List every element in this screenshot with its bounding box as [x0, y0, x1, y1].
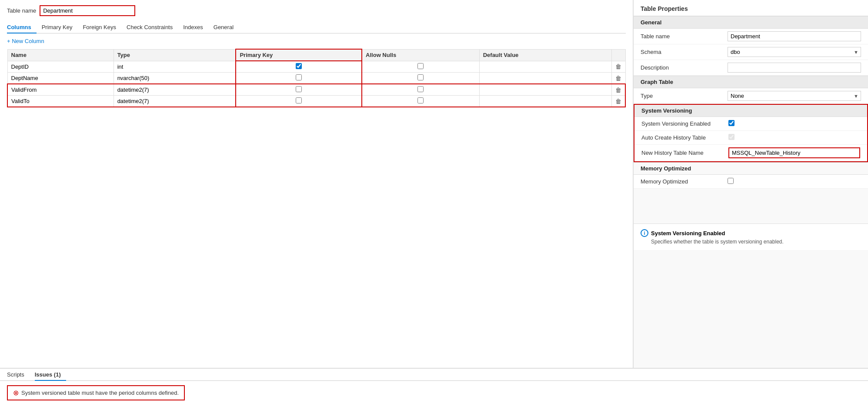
checkbox-allow-nulls-DeptID[interactable]: [417, 63, 424, 69]
delete-row-button[interactable]: 🗑: [615, 63, 621, 70]
col-cell-allow-nulls: [362, 96, 479, 107]
col-cell-delete: 🗑: [612, 84, 626, 96]
section-memory-header: Memory Optimized: [634, 162, 868, 175]
col-cell-allow-nulls: [362, 84, 479, 96]
checkbox-primary-key-ValidFrom[interactable]: [296, 86, 302, 92]
info-box: i System Versioning Enabled Specifies wh…: [634, 223, 868, 250]
prop-input-description[interactable]: [728, 63, 861, 73]
checkbox-allow-nulls-ValidTo[interactable]: [417, 97, 424, 103]
col-header-type: Type: [114, 49, 236, 61]
col-cell-name: ValidFrom: [7, 84, 114, 96]
checkbox-allow-nulls-ValidFrom[interactable]: [417, 86, 424, 92]
checkbox-auto-create[interactable]: [728, 134, 734, 140]
section-graph-table-header: Graph Table: [634, 76, 868, 88]
col-cell-delete: 🗑: [612, 61, 626, 73]
prop-row-history-table-name: New History Table Name: [634, 145, 867, 161]
col-cell-primary-key: [236, 96, 362, 107]
col-cell-allow-nulls: [362, 73, 479, 84]
checkbox-sys-ver-enabled[interactable]: [728, 120, 734, 126]
right-panel: Table Properties General Table name Sche…: [633, 0, 868, 368]
prop-label-type: Type: [641, 93, 728, 99]
tab-foreign-keys[interactable]: Foreign Keys: [83, 21, 121, 33]
prop-select-schema[interactable]: dbo sys INFORMATION_SCHEMA: [728, 47, 861, 57]
col-cell-type: datetime2(7): [114, 84, 236, 96]
col-header-default-value: Default Value: [479, 49, 611, 61]
info-box-title-text: System Versioning Enabled: [651, 230, 725, 237]
col-cell-type: int: [114, 61, 236, 73]
tab-indexes[interactable]: Indexes: [183, 21, 208, 33]
prop-label-description: Description: [641, 64, 728, 71]
col-cell-name: DeptID: [7, 61, 114, 73]
col-cell-primary-key: [236, 61, 362, 73]
col-cell-allow-nulls: [362, 61, 479, 73]
tab-general[interactable]: General: [214, 21, 239, 33]
checkbox-primary-key-ValidTo[interactable]: [296, 97, 302, 103]
col-cell-primary-key: [236, 73, 362, 84]
error-icon: ⊗: [13, 389, 19, 397]
table-row: ValidFromdatetime2(7)🗑: [7, 84, 625, 96]
col-cell-delete: 🗑: [612, 96, 626, 107]
table-name-label: Table name: [7, 7, 36, 14]
col-header-name: Name: [7, 49, 114, 61]
delete-row-button[interactable]: 🗑: [615, 98, 621, 105]
delete-row-button[interactable]: 🗑: [615, 87, 621, 93]
error-box: ⊗ System versioned table must have the p…: [7, 385, 185, 400]
prop-row-sys-ver-enabled: System Versioning Enabled: [634, 117, 867, 131]
prop-input-table-name[interactable]: [728, 31, 861, 41]
bottom-tab-scripts[interactable]: Scripts: [7, 369, 30, 380]
prop-row-schema: Schema dbo sys INFORMATION_SCHEMA ▼: [634, 44, 868, 60]
checkbox-primary-key-DeptID[interactable]: [296, 63, 302, 69]
table-name-input[interactable]: [40, 5, 135, 16]
bottom-panel: Scripts Issues (1) ⊗ System versioned ta…: [0, 368, 868, 420]
checkbox-memory-optimized[interactable]: [728, 178, 734, 184]
delete-row-button[interactable]: 🗑: [615, 75, 621, 82]
prop-label-table-name: Table name: [641, 33, 728, 40]
info-icon: i: [641, 229, 648, 237]
col-cell-name: ValidTo: [7, 96, 114, 107]
right-panel-title: Table Properties: [634, 0, 868, 16]
prop-label-history-table-name: New History Table Name: [641, 150, 728, 156]
bottom-tabs: Scripts Issues (1): [0, 369, 868, 381]
prop-select-type[interactable]: None NODE EDGE: [728, 91, 861, 101]
prop-row-type: Type None NODE EDGE ▼: [634, 88, 868, 104]
prop-row-description: Description: [634, 60, 868, 76]
col-cell-default-value: [479, 61, 611, 73]
col-cell-primary-key: [236, 84, 362, 96]
prop-label-memory-optimized: Memory Optimized: [641, 178, 728, 185]
section-system-versioning: System Versioning System Versioning Enab…: [634, 104, 868, 162]
prop-label-auto-create: Auto Create History Table: [641, 134, 728, 141]
prop-input-history-table-name[interactable]: [728, 147, 860, 158]
col-cell-name: DeptName: [7, 73, 114, 84]
columns-table: Name Type Primary Key Allow Nulls Defaul…: [7, 49, 626, 107]
section-general-header: General: [634, 16, 868, 29]
col-header-actions: [612, 49, 626, 61]
tab-check-constraints[interactable]: Check Constraints: [127, 21, 178, 33]
col-cell-type: datetime2(7): [114, 96, 236, 107]
tab-columns[interactable]: Columns: [7, 21, 37, 33]
table-row: DeptIDint🗑: [7, 61, 625, 73]
prop-label-schema: Schema: [641, 49, 728, 55]
col-cell-delete: 🗑: [612, 73, 626, 84]
col-cell-type: nvarchar(50): [114, 73, 236, 84]
checkbox-allow-nulls-DeptName[interactable]: [417, 74, 424, 80]
col-header-allow-nulls: Allow Nulls: [362, 49, 479, 61]
col-header-primary-key: Primary Key: [236, 49, 362, 61]
prop-row-table-name: Table name: [634, 29, 868, 44]
tab-primary-key[interactable]: Primary Key: [42, 21, 78, 33]
section-sys-ver-header: System Versioning: [634, 105, 867, 117]
error-message: System versioned table must have the per…: [21, 390, 179, 396]
prop-row-memory-optimized: Memory Optimized: [634, 175, 868, 189]
table-row: DeptNamenvarchar(50)🗑: [7, 73, 625, 84]
prop-row-auto-create: Auto Create History Table: [634, 131, 867, 145]
new-column-button[interactable]: + New Column: [7, 38, 626, 44]
bottom-content: ⊗ System versioned table must have the p…: [0, 381, 868, 420]
col-cell-default-value: [479, 73, 611, 84]
checkbox-primary-key-DeptName[interactable]: [296, 74, 302, 80]
info-box-text: Specifies whether the table is system ve…: [641, 239, 861, 245]
prop-label-sys-ver-enabled: System Versioning Enabled: [641, 120, 728, 127]
bottom-tab-issues[interactable]: Issues (1): [35, 369, 66, 380]
col-cell-default-value: [479, 96, 611, 107]
col-cell-default-value: [479, 84, 611, 96]
column-tabs: Columns Primary Key Foreign Keys Check C…: [7, 21, 626, 33]
table-row: ValidTodatetime2(7)🗑: [7, 96, 625, 107]
